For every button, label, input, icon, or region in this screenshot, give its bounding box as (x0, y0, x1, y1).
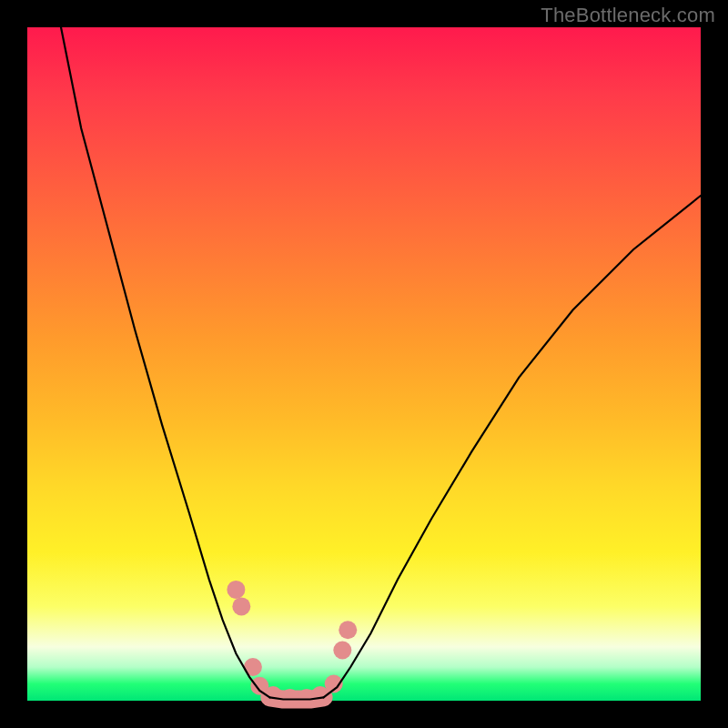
bead-marker-5 (281, 689, 299, 707)
plot-area (27, 27, 701, 701)
bead-marker-1 (232, 597, 250, 615)
bead-marker-9 (333, 642, 351, 660)
bead-marker-0 (227, 581, 245, 599)
chart-frame: TheBottleneck.com (0, 0, 728, 728)
watermark-text: TheBottleneck.com (541, 4, 715, 27)
curve-right-curve (324, 196, 701, 697)
chart-svg (27, 27, 701, 701)
bead-marker-10 (339, 621, 357, 639)
